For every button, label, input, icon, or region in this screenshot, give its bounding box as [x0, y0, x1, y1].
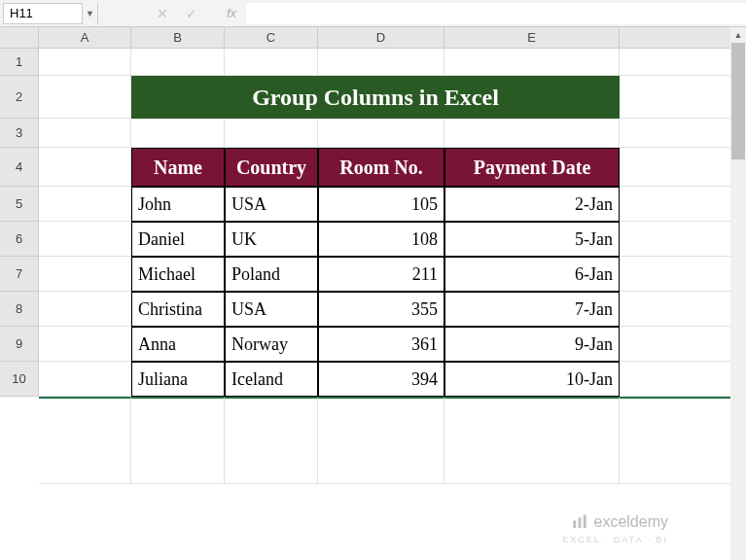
row-header-5[interactable]: 5: [0, 187, 39, 222]
cell[interactable]: [131, 49, 225, 76]
row-header-4[interactable]: 4: [0, 148, 39, 187]
cell-country[interactable]: USA: [225, 187, 318, 222]
table-row: Daniel UK 108 5-Jan: [39, 222, 746, 257]
svg-rect-1: [578, 518, 581, 529]
cell-payment[interactable]: 9-Jan: [444, 327, 620, 362]
cell[interactable]: [225, 119, 318, 148]
name-box[interactable]: H11: [3, 3, 83, 24]
cell-name[interactable]: Christina: [131, 292, 225, 327]
cell-payment[interactable]: 6-Jan: [444, 257, 620, 292]
col-header-E[interactable]: E: [444, 27, 620, 49]
cell-country[interactable]: Norway: [225, 327, 318, 362]
cell-room[interactable]: 361: [318, 327, 444, 362]
cell[interactable]: [620, 222, 746, 257]
col-header-B[interactable]: B: [131, 27, 225, 49]
cell[interactable]: [131, 119, 225, 148]
row-header-1[interactable]: 1: [0, 49, 39, 76]
cell[interactable]: [225, 49, 318, 76]
row-header-2[interactable]: 2: [0, 76, 39, 119]
col-header-D[interactable]: D: [318, 27, 444, 49]
svg-rect-0: [573, 521, 576, 529]
cell[interactable]: [620, 397, 746, 484]
vertical-scrollbar[interactable]: ▲: [730, 27, 746, 560]
row-header-10[interactable]: 10: [0, 362, 39, 397]
cell[interactable]: [39, 49, 131, 76]
cell[interactable]: [39, 397, 131, 484]
header-payment[interactable]: Payment Date: [444, 148, 620, 187]
cell[interactable]: [620, 327, 746, 362]
table-row: Michael Poland 211 6-Jan: [39, 257, 746, 292]
cell[interactable]: [620, 119, 746, 148]
cell[interactable]: [131, 397, 225, 484]
cell[interactable]: [39, 327, 131, 362]
header-country[interactable]: Country: [225, 148, 318, 187]
cells-area[interactable]: Group Columns in Excel Name Country Room…: [39, 49, 746, 484]
cell-country[interactable]: Poland: [225, 257, 318, 292]
scroll-thumb[interactable]: [731, 43, 745, 159]
cell-room[interactable]: 211: [318, 257, 444, 292]
watermark-icon: [571, 513, 588, 531]
col-header-C[interactable]: C: [225, 27, 318, 49]
watermark: exceldemy: [571, 513, 668, 531]
cell[interactable]: [620, 148, 746, 187]
formula-bar-row: H11 ▼ ✕ ✓ fx: [0, 0, 746, 27]
cell[interactable]: [39, 148, 131, 187]
cell[interactable]: [620, 76, 746, 119]
cell[interactable]: [225, 397, 318, 484]
cell-name[interactable]: Michael: [131, 257, 225, 292]
column-header-row: A B C D E: [0, 27, 746, 49]
name-box-dropdown[interactable]: ▼: [83, 3, 98, 24]
cell-country[interactable]: USA: [225, 292, 318, 327]
header-name[interactable]: Name: [131, 148, 225, 187]
row-header-3[interactable]: 3: [0, 119, 39, 148]
cell[interactable]: [620, 257, 746, 292]
col-header-A[interactable]: A: [39, 27, 131, 49]
cell[interactable]: [444, 397, 620, 484]
cell-room[interactable]: 394: [318, 362, 444, 397]
fx-icon[interactable]: fx: [215, 6, 236, 20]
cell-room[interactable]: 355: [318, 292, 444, 327]
table-row: Juliana Iceland 394 10-Jan: [39, 362, 746, 397]
row-header-8[interactable]: 8: [0, 292, 39, 327]
cell-name[interactable]: Anna: [131, 327, 225, 362]
cell-name[interactable]: Daniel: [131, 222, 225, 257]
cell[interactable]: [39, 292, 131, 327]
svg-rect-2: [583, 515, 586, 529]
row-header-9[interactable]: 9: [0, 327, 39, 362]
select-all-corner[interactable]: [0, 27, 39, 49]
cell[interactable]: [318, 49, 444, 76]
cell[interactable]: [39, 257, 131, 292]
cell-room[interactable]: 108: [318, 222, 444, 257]
cell[interactable]: [39, 119, 131, 148]
header-room[interactable]: Room No.: [318, 148, 444, 187]
cell-payment[interactable]: 5-Jan: [444, 222, 620, 257]
cell[interactable]: [318, 119, 444, 148]
cell-payment[interactable]: 2-Jan: [444, 187, 620, 222]
cell-country[interactable]: Iceland: [225, 362, 318, 397]
cell-country[interactable]: UK: [225, 222, 318, 257]
cell[interactable]: [444, 49, 620, 76]
row-header-6[interactable]: 6: [0, 222, 39, 257]
cell[interactable]: [620, 362, 746, 397]
cell[interactable]: [39, 362, 131, 397]
scroll-up-icon[interactable]: ▲: [730, 27, 746, 43]
cell[interactable]: [620, 292, 746, 327]
cell[interactable]: [39, 187, 131, 222]
title-cell[interactable]: Group Columns in Excel: [131, 76, 620, 119]
cell[interactable]: [620, 187, 746, 222]
formula-input[interactable]: [246, 3, 746, 24]
cell-room[interactable]: 105: [318, 187, 444, 222]
cell[interactable]: [444, 119, 620, 148]
col-header-extra[interactable]: [620, 27, 746, 49]
cancel-icon: ✕: [157, 6, 168, 21]
cell-payment[interactable]: 10-Jan: [444, 362, 620, 397]
cell[interactable]: [39, 222, 131, 257]
watermark-tagline: EXCEL · DATA · BI: [562, 535, 668, 544]
cell-name[interactable]: John: [131, 187, 225, 222]
cell-name[interactable]: Juliana: [131, 362, 225, 397]
row-header-7[interactable]: 7: [0, 257, 39, 292]
cell-payment[interactable]: 7-Jan: [444, 292, 620, 327]
cell[interactable]: [620, 49, 746, 76]
cell[interactable]: [318, 397, 444, 484]
cell[interactable]: [39, 76, 131, 119]
